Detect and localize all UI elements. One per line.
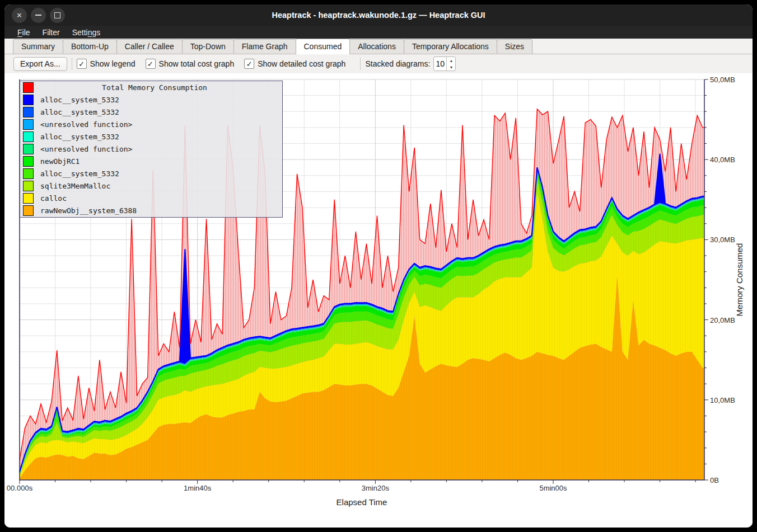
x-tick-label: 1min40s (184, 484, 211, 492)
titlebar: ✕ Heaptrack - heaptrack.wakunode.1.gz — … (4, 4, 753, 26)
y-tick-label: 40,0MB (710, 156, 735, 164)
legend-item: newObjRC1 (20, 155, 282, 167)
checkbox-label: Show total cost graph (159, 59, 235, 68)
legend-label: alloc__system_5332 (40, 108, 119, 116)
close-button[interactable]: ✕ (12, 8, 27, 23)
legend-label: alloc__system_5332 (40, 133, 119, 141)
legend-label: sqlite3MemMalloc (40, 182, 110, 190)
chart-legend: Total Memory Consumptionalloc__system_53… (20, 81, 283, 218)
legend-item: sqlite3MemMalloc (20, 180, 282, 192)
legend-item: calloc (20, 192, 282, 204)
legend-swatch (23, 119, 34, 130)
y-tick-label: 50,0MB (710, 76, 735, 84)
legend-swatch (23, 156, 34, 167)
tabbar: SummaryBottom-UpCaller / CalleeTop-DownF… (4, 39, 753, 54)
minimize-icon (35, 15, 41, 16)
tab-sizes[interactable]: Sizes (497, 39, 532, 54)
legend-item: rawNewObj__system_6388 (20, 204, 282, 216)
x-tick-label: 00.000s (7, 484, 32, 492)
tab-temporary-allocations[interactable]: Temporary Allocations (404, 39, 497, 54)
legend-label: <unresolved function> (40, 145, 132, 153)
checkmark-icon: ✓ (244, 59, 254, 69)
maximize-button[interactable] (50, 8, 65, 23)
legend-swatch (23, 131, 34, 142)
tab-consumed[interactable]: Consumed (296, 39, 351, 54)
tab-caller-callee[interactable]: Caller / Callee (116, 39, 183, 54)
checkbox-show-total-cost-graph[interactable]: ✓ Show total cost graph (146, 59, 235, 69)
legend-item: alloc__system_5332 (20, 131, 282, 143)
legend-swatch (23, 95, 34, 105)
x-tick-label: 3min20s (362, 484, 389, 492)
checkbox-show-detailed-cost-graph[interactable]: ✓ Show detailed cost graph (244, 59, 345, 69)
legend-label: alloc__system_5332 (40, 170, 119, 178)
legend-item: alloc__system_5332 (20, 167, 282, 180)
legend-label: Total Memory Consumption (40, 83, 269, 92)
menu-file[interactable]: File (11, 27, 36, 38)
x-axis-title: Elapsed Time (337, 497, 387, 507)
spinbox-down-arrow-icon[interactable]: ▼ (447, 64, 455, 70)
tab-top-down[interactable]: Top-Down (182, 39, 234, 54)
legend-item: <unresolved function> (20, 119, 282, 131)
legend-swatch (23, 168, 34, 179)
legend-label: newObjRC1 (40, 157, 80, 166)
legend-swatch (23, 181, 34, 191)
legend-swatch (23, 107, 34, 117)
toolbar-separator (72, 58, 72, 70)
legend-swatch (23, 193, 34, 204)
window-title: Heaptrack - heaptrack.wakunode.1.gz — He… (4, 11, 753, 20)
consumed-chart-pane: Total Memory Consumptionalloc__system_53… (4, 73, 753, 528)
legend-title-row: Total Memory Consumption (20, 82, 282, 94)
heaptrack-window: ✕ Heaptrack - heaptrack.wakunode.1.gz — … (4, 4, 753, 528)
screen: ✕ Heaptrack - heaptrack.wakunode.1.gz — … (0, 0, 757, 532)
legend-item: alloc__system_5332 (20, 94, 282, 106)
legend-swatch (23, 205, 34, 216)
tab-summary[interactable]: Summary (13, 39, 63, 54)
menu-filter[interactable]: Filter (36, 27, 66, 38)
legend-label: alloc__system_5332 (40, 96, 119, 104)
legend-swatch (23, 82, 34, 93)
toolbar-separator (360, 58, 361, 70)
minimize-button[interactable] (31, 8, 46, 23)
maximize-icon (54, 12, 60, 18)
spinbox-up-arrow-icon[interactable]: ▲ (447, 57, 455, 64)
stacked-diagrams-spinbox[interactable]: 10 ▲ ▼ (433, 57, 456, 71)
legend-item: alloc__system_5332 (20, 106, 282, 119)
menubar: FileFilterSettings (4, 26, 753, 39)
x-tick-label: 5min00s (539, 484, 567, 492)
y-tick-label: 0B (710, 476, 719, 484)
legend-item: <unresolved function> (20, 143, 282, 156)
y-tick-label: 30,0MB (710, 236, 735, 244)
legend-label: rawNewObj__system_6388 (40, 206, 137, 215)
checkbox-show-legend[interactable]: ✓ Show legend (77, 59, 135, 69)
export-as-button[interactable]: Export As... (13, 57, 67, 71)
legend-label: calloc (40, 194, 67, 203)
stacked-diagrams-label: Stacked diagrams: (365, 59, 430, 68)
y-tick-label: 20,0MB (710, 316, 735, 324)
menu-settings[interactable]: Settings (66, 27, 107, 38)
spinbox-value: 10 (434, 57, 446, 70)
checkbox-label: Show detailed cost graph (258, 59, 345, 68)
y-axis-title: Memory Consumed (735, 243, 744, 317)
toolbar: Export As... ✓ Show legend ✓ Show total … (4, 54, 753, 73)
checkbox-label: Show legend (90, 59, 135, 68)
checkmark-icon: ✓ (77, 59, 87, 69)
legend-swatch (23, 144, 34, 154)
tab-flame-graph[interactable]: Flame Graph (233, 39, 296, 54)
tab-bottom-up[interactable]: Bottom-Up (63, 39, 117, 54)
y-tick-label: 10,0MB (710, 396, 735, 404)
checkmark-icon: ✓ (146, 59, 156, 69)
tab-allocations[interactable]: Allocations (349, 39, 404, 54)
legend-label: <unresolved function> (40, 120, 132, 129)
